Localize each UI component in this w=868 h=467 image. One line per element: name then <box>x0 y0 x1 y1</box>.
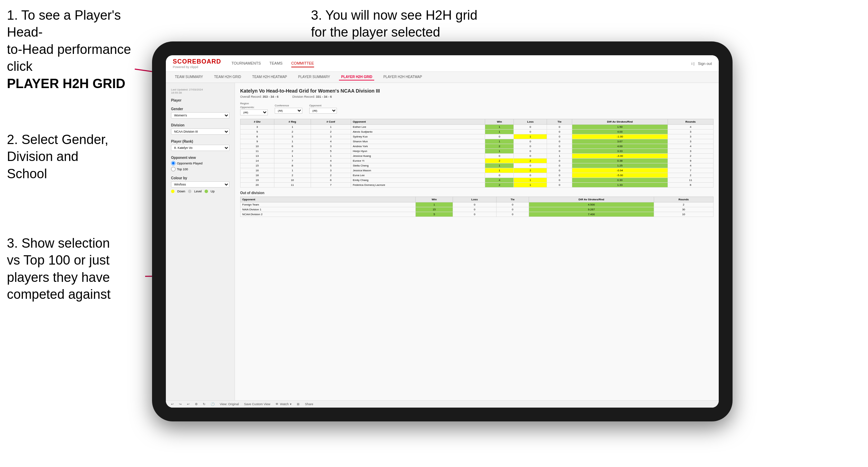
sub-nav: TEAM SUMMARY TEAM H2H GRID TEAM H2H HEAT… <box>166 72 719 83</box>
nav-tournaments[interactable]: TOURNAMENTS <box>232 60 261 67</box>
sign-out-link[interactable]: Sign out <box>698 61 712 66</box>
table-row: 6 3 3 Sydney Kuo 0 1 0 -1.00 3 <box>240 134 714 139</box>
instruction-top-right: 3. You will now see H2H grid for the pla… <box>311 7 478 41</box>
subnav-player-h2h-heatmap[interactable]: PLAYER H2H HEATMAP <box>381 74 424 80</box>
header-right: i | Sign out <box>691 61 712 66</box>
table-row: 20 11 7 Federica Domecq Lacroze 2 1 0 1.… <box>240 183 714 188</box>
sidebar-opponent-view-section: Opponent view Opponents Played Top 100 <box>171 156 229 171</box>
toolbar-save[interactable]: Save Custom View <box>244 402 270 406</box>
opponent-filter: Opponent (All) <box>309 104 337 114</box>
subnav-team-h2h-heatmap[interactable]: TEAM H2H HEATMAP <box>250 74 289 80</box>
tablet-screen: SCOREBOARD Powered by clippd TOURNAMENTS… <box>166 55 719 408</box>
content-title: Katelyn Vo Head-to-Head Grid for Women's… <box>240 88 714 94</box>
bottom-toolbar: ↩ ↪ ↩ ⚙ ↻ 🕐 View: Original Save Custom V… <box>166 400 719 408</box>
table-row: 15 8 5 Stella Cheng 1 0 0 1.25 4 <box>240 163 714 168</box>
sidebar-colour-section: Colour by Win/loss Down Level Up <box>171 176 229 193</box>
table-row: 10 6 3 Andrea York 2 0 0 4.00 4 <box>240 144 714 149</box>
out-of-division-table: Opponent Win Loss Tie Diff Av Strokes/Rn… <box>240 197 714 217</box>
col-win: Win <box>485 119 514 125</box>
nav-committee[interactable]: COMMITTEE <box>291 60 314 67</box>
ood-col-opponent: Opponent <box>240 197 416 202</box>
toolbar-layout[interactable]: ⊞ <box>297 402 300 406</box>
col-rounds: Rounds <box>668 119 713 125</box>
list-item: NCAA Division 2 5 0 0 7.400 10 <box>240 212 714 217</box>
radio-opponents-played[interactable] <box>171 161 176 165</box>
toolbar-refresh[interactable]: ↻ <box>203 402 206 406</box>
sidebar-player-section: Player <box>171 98 229 102</box>
list-item: Foreign Team 1 0 0 4.500 2 <box>240 202 714 207</box>
subnav-player-summary[interactable]: PLAYER SUMMARY <box>296 74 332 80</box>
table-row: 18 2 2 Euna Lee 0 0 0 -5.00 2 <box>240 173 714 178</box>
table-row: 13 1 1 Jessica Huang 0 0 1 -3.00 2 <box>240 154 714 159</box>
table-row: 3 1 1 Esther Lee 1 0 0 1.50 4 <box>240 125 714 130</box>
sidebar-division-section: Division NCAA Division III <box>171 123 229 135</box>
conference-select[interactable]: (All) <box>275 108 302 114</box>
ood-col-loss: Loss <box>453 197 496 202</box>
table-row: 9 1 4 Sharon Mun 1 0 0 3.67 3 <box>240 139 714 144</box>
table-row: 5 2 2 Alexis Sudjianto 1 0 0 4.00 3 <box>240 130 714 134</box>
ood-col-rounds: Rounds <box>654 197 713 202</box>
colour-by-select[interactable]: Win/loss <box>171 181 229 188</box>
ood-col-diff: Diff Av Strokes/Rnd <box>529 197 654 202</box>
instruction-mid-left: 2. Select Gender, Division and School <box>7 131 108 182</box>
filter-row: Region Opponents: (All) Conference (All) <box>240 102 714 115</box>
subnav-team-summary[interactable]: TEAM SUMMARY <box>173 74 205 80</box>
col-reg: # Reg <box>274 119 311 125</box>
content-subtitle: Overall Record: 353 - 34 - 6 Division Re… <box>240 95 714 98</box>
instruction-top-left: 1. To see a Player's Head- to-Head perfo… <box>7 7 159 92</box>
toolbar-undo[interactable]: ↩ <box>171 402 174 406</box>
division-select[interactable]: NCAA Division III <box>171 128 229 135</box>
ood-col-tie: Tie <box>496 197 529 202</box>
subnav-player-h2h-grid[interactable]: PLAYER H2H GRID <box>339 74 374 80</box>
col-opponent: Opponent <box>351 119 485 125</box>
opponent-select[interactable]: (All) <box>309 108 337 114</box>
toolbar-share[interactable]: Share <box>305 402 313 406</box>
toolbar-redo[interactable]: ↪ <box>179 402 182 406</box>
ood-header-row: Opponent Win Loss Tie Diff Av Strokes/Rn… <box>240 197 714 202</box>
toolbar-watch[interactable]: 👁 Watch ▾ <box>275 402 292 406</box>
app-header: SCOREBOARD Powered by clippd TOURNAMENTS… <box>166 55 719 72</box>
logo-area: SCOREBOARD Powered by clippd <box>173 58 221 69</box>
nav-teams[interactable]: TEAMS <box>270 60 283 67</box>
app-logo: SCOREBOARD <box>173 58 221 65</box>
toolbar-clock[interactable]: 🕐 <box>211 402 215 406</box>
instruction-bottom-left: 3. Show selection vs Top 100 or just pla… <box>7 235 111 303</box>
conference-filter: Conference (All) <box>275 104 302 114</box>
toolbar-view-original[interactable]: View: Original <box>220 402 239 406</box>
main-data-table: # Div # Reg # Conf Opponent Win Loss Tie… <box>240 119 714 188</box>
col-loss: Loss <box>514 119 547 125</box>
gender-select[interactable]: Women's <box>171 112 229 118</box>
toolbar-undo2[interactable]: ↩ <box>187 402 190 406</box>
table-row: 11 2 5 Heejo Hyun 1 0 0 3.33 3 <box>240 149 714 154</box>
subnav-team-h2h-grid[interactable]: TEAM H2H GRID <box>212 74 243 80</box>
col-tie: Tie <box>547 119 572 125</box>
region-filter: Region Opponents: (All) <box>240 102 268 115</box>
tablet: SCOREBOARD Powered by clippd TOURNAMENTS… <box>152 41 733 421</box>
sidebar-gender-section: Gender Women's <box>171 107 229 118</box>
main-content: Last Updated: 27/03/2024 16:55:38 Player… <box>166 83 719 400</box>
toolbar-settings[interactable]: ⚙ <box>195 402 198 406</box>
opponent-view-radios: Opponents Played Top 100 <box>171 161 229 171</box>
ood-col-win: Win <box>416 197 453 202</box>
colour-legend: Down Level Up <box>171 190 229 193</box>
app-logo-sub: Powered by clippd <box>173 65 221 69</box>
col-diff: Diff Av Strokes/Rnd <box>572 119 668 125</box>
legend-level-dot <box>188 190 191 193</box>
player-rank-select[interactable]: 8. Katelyn Vo <box>171 145 229 151</box>
legend-up-dot <box>205 190 208 193</box>
content-area: Katelyn Vo Head-to-Head Grid for Women's… <box>235 83 719 400</box>
list-item: NAIA Division 1 15 0 0 9.267 30 <box>240 207 714 212</box>
legend-down-dot <box>171 190 174 193</box>
radio-top100[interactable] <box>171 167 176 171</box>
out-of-division-title: Out of division <box>240 191 714 195</box>
table-header-row: # Div # Reg # Conf Opponent Win Loss Tie… <box>240 119 714 125</box>
sidebar-player-rank-section: Player (Rank) 8. Katelyn Vo <box>171 140 229 151</box>
table-row: 16 1 3 Jessica Mason 1 2 0 -0.94 7 <box>240 168 714 173</box>
col-conf: # Conf <box>311 119 351 125</box>
table-row: 19 10 6 Emily Chang 4 1 0 0.30 11 <box>240 178 714 183</box>
region-opponents-select[interactable]: (All) <box>240 109 268 115</box>
sidebar-timestamp: Last Updated: 27/03/2024 16:55:38 <box>171 88 229 94</box>
sidebar: Last Updated: 27/03/2024 16:55:38 Player… <box>166 83 235 400</box>
table-row: 14 7 4 Eunice Yi 2 2 0 0.38 9 <box>240 159 714 163</box>
main-nav: TOURNAMENTS TEAMS COMMITTEE <box>232 60 681 67</box>
